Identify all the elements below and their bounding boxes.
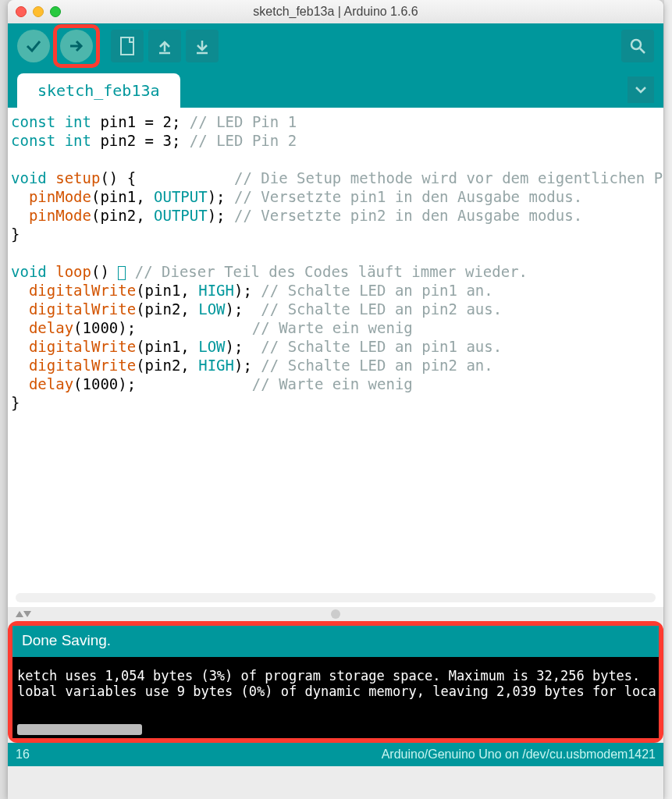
status-message: Done Saving.: [22, 632, 111, 648]
code-token: // Schalte LED an pin1 aus.: [261, 338, 502, 355]
svg-point-3: [631, 40, 641, 49]
code-token: HIGH: [198, 282, 234, 299]
code-token: const: [11, 113, 55, 130]
code-token: pin2 = 3;: [91, 132, 190, 149]
code-token: (pin1,: [136, 282, 198, 299]
code-token: // Schalte LED an pin2 aus.: [261, 300, 502, 318]
code-token: );: [226, 338, 261, 355]
code-token: LOW: [198, 338, 225, 355]
code-token: (): [91, 263, 118, 280]
text-cursor: [118, 266, 126, 280]
code-token: digitalWrite: [11, 338, 136, 355]
code-token: LOW: [198, 300, 225, 318]
code-token: void: [11, 263, 47, 280]
open-sketch-button[interactable]: [148, 30, 181, 62]
toolbar: [8, 23, 663, 69]
svg-rect-0: [121, 37, 133, 55]
divider-arrows-icon: [16, 609, 31, 619]
code-token: delay: [11, 375, 73, 392]
file-icon: [119, 36, 136, 56]
serial-monitor-button[interactable]: [621, 30, 654, 62]
background-obscured: [664, 0, 672, 799]
code-token: delay: [11, 319, 73, 336]
code-token: // LED Pin 1: [190, 113, 297, 130]
code-token: // Dieser Teil des Codes läuft immer wie…: [126, 263, 528, 280]
footer-bar: 16 Arduino/Genuino Uno on /dev/cu.usbmod…: [8, 743, 663, 766]
code-token: (pin1,: [91, 188, 154, 205]
code-token: pinMode: [11, 207, 91, 224]
line-number: 16: [16, 748, 30, 762]
code-token: );: [208, 188, 234, 205]
tab-menu-button[interactable]: [628, 76, 654, 103]
code-token: // LED Pin 2: [190, 132, 297, 149]
arduino-ide-window: sketch_feb13a | Arduino 1.6.6 sketch_feb…: [8, 0, 663, 799]
code-token: // Schalte LED an pin2 an.: [261, 357, 492, 374]
console-area-highlight: Done Saving. ketch uses 1,054 bytes (3%)…: [8, 621, 663, 743]
code-token: const: [11, 132, 55, 149]
arrow-right-icon: [67, 37, 86, 55]
console-line: lobal variables use 9 bytes (0%) of dyna…: [17, 684, 654, 699]
code-token: int: [55, 132, 91, 149]
tab-bar: sketch_feb13a: [8, 69, 663, 108]
sketch-tab-label: sketch_feb13a: [37, 81, 160, 100]
verify-button[interactable]: [17, 30, 50, 62]
board-port-label: Arduino/Genuino Uno on /dev/cu.usbmodem1…: [382, 748, 656, 762]
checkmark-icon: [24, 37, 43, 55]
code-token: void: [11, 169, 47, 186]
code-token: );: [234, 282, 261, 299]
pane-divider[interactable]: [8, 607, 663, 621]
code-token: pinMode: [11, 188, 91, 205]
code-token: // Warte ein wenig: [252, 319, 413, 336]
console-line: ketch uses 1,054 bytes (3%) of program s…: [17, 668, 654, 684]
save-sketch-button[interactable]: [186, 30, 219, 62]
code-token: // Versetzte pin2 in den Ausgabe modus.: [234, 207, 582, 224]
code-token: digitalWrite: [11, 357, 136, 374]
upload-button[interactable]: [60, 30, 93, 62]
titlebar: sketch_feb13a | Arduino 1.6.6: [8, 0, 663, 23]
code-token: }: [11, 225, 20, 243]
code-token: (pin2,: [136, 357, 198, 374]
code-editor[interactable]: const int pin1 = 2; // LED Pin 1 const i…: [8, 108, 663, 607]
chevron-down-icon: [634, 83, 648, 97]
code-token: digitalWrite: [11, 300, 136, 318]
new-sketch-button[interactable]: [111, 30, 144, 62]
upload-button-highlight: [53, 24, 100, 68]
code-token: (pin2,: [91, 207, 154, 224]
divider-grip-icon: [331, 609, 340, 619]
code-token: OUTPUT: [154, 207, 208, 224]
code-token: int: [55, 113, 91, 130]
magnify-icon: [628, 37, 647, 55]
code-token: );: [208, 207, 234, 224]
code-token: // Warte ein wenig: [252, 375, 413, 392]
arrow-up-icon: [156, 37, 173, 55]
code-token: // Die Setup methode wird vor dem eigent…: [234, 169, 663, 186]
code-token: );: [226, 300, 261, 318]
code-token: (1000);: [73, 319, 252, 336]
svg-line-4: [640, 48, 645, 53]
code-token: OUTPUT: [154, 188, 208, 205]
console-output[interactable]: ketch uses 1,054 bytes (3%) of program s…: [12, 657, 659, 738]
code-token: // Versetzte pin1 in den Ausgabe modus.: [234, 188, 582, 205]
arrow-down-icon: [194, 37, 211, 55]
code-token: loop: [47, 263, 91, 280]
code-token: pin1 = 2;: [91, 113, 190, 130]
code-token: setup: [47, 169, 101, 186]
editor-horizontal-scrollbar[interactable]: [16, 593, 656, 602]
code-token: HIGH: [198, 357, 234, 374]
code-token: );: [234, 357, 261, 374]
code-token: (pin1,: [136, 338, 198, 355]
code-token: digitalWrite: [11, 282, 136, 299]
code-token: (pin2,: [136, 300, 198, 318]
code-token: (1000);: [73, 375, 252, 392]
sketch-tab[interactable]: sketch_feb13a: [17, 73, 180, 108]
code-token: // Schalte LED an pin1 an.: [261, 282, 492, 299]
code-token: }: [11, 394, 20, 411]
code-token: () {: [100, 169, 234, 186]
status-bar: Done Saving.: [12, 626, 659, 657]
console-horizontal-scrollbar[interactable]: [17, 724, 142, 735]
window-title: sketch_feb13a | Arduino 1.6.6: [8, 5, 663, 19]
